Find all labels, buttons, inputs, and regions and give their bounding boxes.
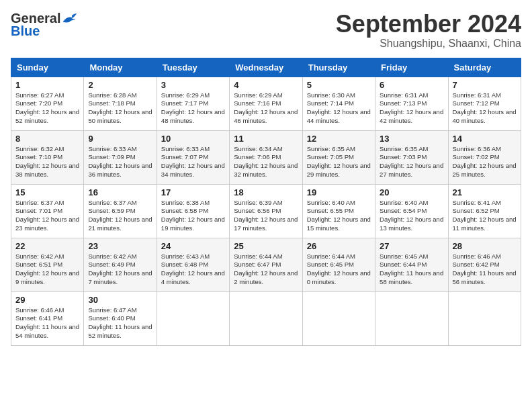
- calendar-table: SundayMondayTuesdayWednesdayThursdayFrid…: [11, 58, 521, 346]
- calendar-cell: 8Sunrise: 6:32 AMSunset: 7:10 PMDaylight…: [11, 130, 84, 184]
- calendar-cell: 28Sunrise: 6:46 AMSunset: 6:42 PMDayligh…: [448, 238, 521, 291]
- day-info: Sunrise: 6:30 AMSunset: 7:14 PMDaylight:…: [307, 91, 371, 126]
- day-number: 3: [161, 80, 225, 90]
- day-info: Sunrise: 6:45 AMSunset: 6:44 PMDaylight:…: [380, 253, 443, 287]
- day-number: 26: [307, 241, 371, 251]
- calendar-cell: 11Sunrise: 6:34 AMSunset: 7:06 PMDayligh…: [230, 130, 302, 184]
- day-info: Sunrise: 6:42 AMSunset: 6:51 PMDaylight:…: [15, 253, 79, 287]
- calendar-week-row: 1Sunrise: 6:27 AMSunset: 7:20 PMDaylight…: [11, 77, 521, 130]
- calendar-cell: 22Sunrise: 6:42 AMSunset: 6:51 PMDayligh…: [11, 238, 84, 291]
- day-number: 18: [234, 187, 298, 197]
- day-number: 29: [15, 295, 79, 305]
- day-info: Sunrise: 6:39 AMSunset: 6:56 PMDaylight:…: [234, 199, 298, 233]
- day-info: Sunrise: 6:38 AMSunset: 6:58 PMDaylight:…: [161, 199, 225, 233]
- day-info: Sunrise: 6:47 AMSunset: 6:40 PMDaylight:…: [88, 306, 152, 340]
- day-number: 12: [307, 134, 371, 144]
- day-info: Sunrise: 6:46 AMSunset: 6:41 PMDaylight:…: [15, 306, 79, 340]
- day-info: Sunrise: 6:34 AMSunset: 7:06 PMDaylight:…: [234, 145, 298, 179]
- calendar-week-row: 22Sunrise: 6:42 AMSunset: 6:51 PMDayligh…: [11, 238, 521, 291]
- day-info: Sunrise: 6:46 AMSunset: 6:42 PMDaylight:…: [453, 253, 517, 287]
- logo: General Blue: [11, 11, 78, 39]
- day-number: 25: [234, 241, 298, 251]
- day-number: 21: [453, 187, 517, 197]
- day-number: 13: [380, 134, 443, 144]
- calendar-header-row: SundayMondayTuesdayWednesdayThursdayFrid…: [11, 58, 521, 77]
- calendar-cell: 27Sunrise: 6:45 AMSunset: 6:44 PMDayligh…: [375, 238, 448, 291]
- title-block: September 2024 Shuangshipu, Shaanxi, Chi…: [336, 11, 521, 50]
- day-number: 22: [15, 241, 79, 251]
- day-number: 30: [88, 295, 152, 305]
- weekday-header: Monday: [84, 58, 157, 77]
- weekday-header: Saturday: [448, 58, 521, 77]
- calendar-cell: 24Sunrise: 6:43 AMSunset: 6:48 PMDayligh…: [157, 238, 229, 291]
- calendar-cell: 20Sunrise: 6:40 AMSunset: 6:54 PMDayligh…: [375, 184, 448, 238]
- day-number: 7: [453, 80, 517, 90]
- calendar-cell: 3Sunrise: 6:29 AMSunset: 7:17 PMDaylight…: [157, 77, 229, 130]
- month-title: September 2024: [336, 11, 521, 38]
- day-number: 23: [88, 241, 152, 251]
- day-number: 10: [161, 134, 225, 144]
- day-info: Sunrise: 6:29 AMSunset: 7:16 PMDaylight:…: [234, 91, 298, 126]
- day-number: 9: [88, 134, 152, 144]
- calendar-cell: [157, 291, 229, 345]
- calendar-cell: 10Sunrise: 6:33 AMSunset: 7:07 PMDayligh…: [157, 130, 229, 184]
- day-info: Sunrise: 6:43 AMSunset: 6:48 PMDaylight:…: [161, 253, 225, 287]
- day-number: 4: [234, 80, 298, 90]
- day-number: 17: [161, 187, 225, 197]
- calendar-cell: 15Sunrise: 6:37 AMSunset: 7:01 PMDayligh…: [11, 184, 84, 238]
- calendar-cell: 30Sunrise: 6:47 AMSunset: 6:40 PMDayligh…: [84, 291, 157, 345]
- calendar-cell: [230, 291, 302, 345]
- day-number: 19: [307, 187, 371, 197]
- day-number: 28: [453, 241, 517, 251]
- day-number: 8: [15, 134, 79, 144]
- day-info: Sunrise: 6:33 AMSunset: 7:07 PMDaylight:…: [161, 145, 225, 179]
- calendar-cell: 12Sunrise: 6:35 AMSunset: 7:05 PMDayligh…: [302, 130, 375, 184]
- weekday-header: Tuesday: [157, 58, 229, 77]
- day-info: Sunrise: 6:33 AMSunset: 7:09 PMDaylight:…: [88, 145, 152, 179]
- calendar-cell: 1Sunrise: 6:27 AMSunset: 7:20 PMDaylight…: [11, 77, 84, 130]
- weekday-header: Thursday: [302, 58, 375, 77]
- day-info: Sunrise: 6:31 AMSunset: 7:13 PMDaylight:…: [380, 91, 443, 126]
- day-info: Sunrise: 6:40 AMSunset: 6:54 PMDaylight:…: [380, 199, 443, 233]
- day-number: 14: [453, 134, 517, 144]
- calendar-cell: 13Sunrise: 6:35 AMSunset: 7:03 PMDayligh…: [375, 130, 448, 184]
- calendar-cell: 18Sunrise: 6:39 AMSunset: 6:56 PMDayligh…: [230, 184, 302, 238]
- day-number: 27: [380, 241, 443, 251]
- calendar-cell: 29Sunrise: 6:46 AMSunset: 6:41 PMDayligh…: [11, 291, 84, 345]
- calendar-cell: 26Sunrise: 6:44 AMSunset: 6:45 PMDayligh…: [302, 238, 375, 291]
- calendar-cell: 7Sunrise: 6:31 AMSunset: 7:12 PMDaylight…: [448, 77, 521, 130]
- day-info: Sunrise: 6:36 AMSunset: 7:02 PMDaylight:…: [453, 145, 517, 179]
- location-subtitle: Shuangshipu, Shaanxi, China: [336, 38, 521, 50]
- calendar-cell: 19Sunrise: 6:40 AMSunset: 6:55 PMDayligh…: [302, 184, 375, 238]
- day-number: 24: [161, 241, 225, 251]
- day-info: Sunrise: 6:44 AMSunset: 6:47 PMDaylight:…: [234, 253, 298, 287]
- day-number: 5: [307, 80, 371, 90]
- weekday-header: Wednesday: [230, 58, 302, 77]
- day-info: Sunrise: 6:35 AMSunset: 7:03 PMDaylight:…: [380, 145, 443, 179]
- day-info: Sunrise: 6:42 AMSunset: 6:49 PMDaylight:…: [88, 253, 152, 287]
- logo-bird-icon: [62, 12, 78, 26]
- day-number: 16: [88, 187, 152, 197]
- day-number: 15: [15, 187, 79, 197]
- calendar-week-row: 15Sunrise: 6:37 AMSunset: 7:01 PMDayligh…: [11, 184, 521, 238]
- calendar-cell: 25Sunrise: 6:44 AMSunset: 6:47 PMDayligh…: [230, 238, 302, 291]
- calendar-week-row: 8Sunrise: 6:32 AMSunset: 7:10 PMDaylight…: [11, 130, 521, 184]
- calendar-cell: 9Sunrise: 6:33 AMSunset: 7:09 PMDaylight…: [84, 130, 157, 184]
- calendar-cell: 2Sunrise: 6:28 AMSunset: 7:18 PMDaylight…: [84, 77, 157, 130]
- weekday-header: Friday: [375, 58, 448, 77]
- calendar-cell: 16Sunrise: 6:37 AMSunset: 6:59 PMDayligh…: [84, 184, 157, 238]
- calendar-cell: 6Sunrise: 6:31 AMSunset: 7:13 PMDaylight…: [375, 77, 448, 130]
- day-number: 6: [380, 80, 443, 90]
- day-number: 20: [380, 187, 443, 197]
- calendar-cell: 4Sunrise: 6:29 AMSunset: 7:16 PMDaylight…: [230, 77, 302, 130]
- calendar-cell: [375, 291, 448, 345]
- day-number: 1: [15, 80, 79, 90]
- day-info: Sunrise: 6:29 AMSunset: 7:17 PMDaylight:…: [161, 91, 225, 126]
- calendar-cell: 21Sunrise: 6:41 AMSunset: 6:52 PMDayligh…: [448, 184, 521, 238]
- day-number: 11: [234, 134, 298, 144]
- day-info: Sunrise: 6:44 AMSunset: 6:45 PMDaylight:…: [307, 253, 371, 287]
- day-info: Sunrise: 6:37 AMSunset: 7:01 PMDaylight:…: [15, 199, 79, 233]
- calendar-cell: 17Sunrise: 6:38 AMSunset: 6:58 PMDayligh…: [157, 184, 229, 238]
- calendar-week-row: 29Sunrise: 6:46 AMSunset: 6:41 PMDayligh…: [11, 291, 521, 345]
- calendar-cell: 5Sunrise: 6:30 AMSunset: 7:14 PMDaylight…: [302, 77, 375, 130]
